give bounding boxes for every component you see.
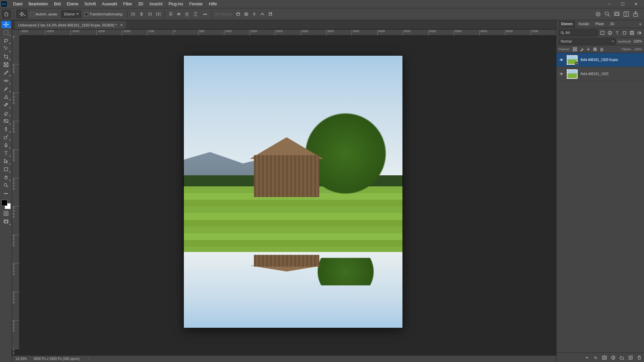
search-button[interactable] (604, 11, 610, 17)
quick-mask-button[interactable] (1, 210, 11, 217)
lasso-tool[interactable] (1, 37, 11, 44)
filter-adjust-button[interactable] (607, 30, 612, 36)
menu-plug-ins[interactable]: Plug-ins (166, 0, 186, 8)
filter-shape-button[interactable] (622, 30, 627, 36)
align-left-button[interactable] (130, 11, 137, 17)
artboard[interactable] (184, 56, 402, 328)
vertical-ruler[interactable]: 0500100015002000250030003500400045005000… (12, 36, 19, 349)
layer-filter-dropdown[interactable]: Art (558, 29, 598, 36)
menu-bearbeiten[interactable]: Bearbeiten (25, 0, 51, 8)
marquee-tool[interactable] (1, 29, 11, 36)
layer-visibility-toggle[interactable]: 👁 (559, 58, 564, 62)
group-layers-button[interactable] (619, 355, 625, 360)
layer-mask-button[interactable] (602, 355, 607, 360)
maximize-button[interactable]: ☐ (616, 0, 629, 8)
transform-controls-checkbox[interactable]: Transformationsstrg. (83, 12, 124, 16)
layer-thumbnail[interactable]: ⇔ (567, 55, 578, 65)
orbit-3d-button[interactable] (235, 11, 241, 17)
hand-tool[interactable] (1, 174, 11, 181)
layer-row[interactable]: 👁⇔field-406181_1920 Kopie (556, 53, 644, 67)
panel-menu-button[interactable]: ≡ (638, 22, 643, 26)
pen-tool[interactable] (1, 141, 11, 149)
color-swatches[interactable] (1, 200, 11, 209)
type-tool[interactable] (1, 149, 11, 157)
brush-tool[interactable] (1, 85, 11, 93)
menu-auswahl[interactable]: Auswahl (99, 0, 120, 8)
clone-stamp-tool[interactable] (1, 93, 11, 101)
minimize-button[interactable]: ─ (602, 0, 616, 8)
menu-hilfe[interactable]: Hilfe (206, 0, 220, 8)
document-tab[interactable]: Unbenannt-2 bei 14,3% (field-406181_1920… (15, 21, 126, 29)
menu-fenster[interactable]: Fenster (186, 0, 206, 8)
layer-visibility-toggle[interactable]: 👁 (559, 72, 564, 76)
align-hcenter-button[interactable] (138, 11, 145, 17)
align-top-button[interactable] (167, 11, 174, 17)
fill-value[interactable]: 100% (634, 48, 642, 51)
lock-all-button[interactable] (600, 47, 604, 51)
current-tool-indicator[interactable] (16, 10, 27, 18)
filter-toggle-button[interactable] (637, 30, 642, 36)
layer-fx-button[interactable]: fx (593, 355, 598, 360)
home-button[interactable] (2, 10, 11, 18)
gradient-tool[interactable] (1, 117, 11, 125)
link-layers-button[interactable] (584, 355, 590, 360)
slide-3d-button[interactable] (259, 11, 266, 17)
auto-select-target-dropdown[interactable]: Ebene (61, 10, 81, 18)
menu-ansicht[interactable]: Ansicht (146, 0, 165, 8)
scale-3d-button[interactable] (267, 11, 274, 17)
history-brush-tool[interactable] (1, 101, 11, 109)
lock-transparency-button[interactable] (573, 47, 577, 51)
blend-mode-dropdown[interactable]: Normal (558, 39, 616, 45)
opacity-value[interactable]: 100% (633, 40, 642, 43)
layer-row[interactable]: 👁field-406181_1920 (556, 67, 644, 81)
close-tab-button[interactable]: × (120, 23, 123, 27)
panel-tab-kanäle[interactable]: Kanäle (576, 21, 592, 27)
lock-pixels-button[interactable] (580, 47, 584, 51)
horizontal-ruler[interactable]: -3000-2500-2000-1500-1000-50005001000150… (19, 29, 556, 36)
menu-filter[interactable]: Filter (120, 0, 135, 8)
move-tool[interactable] (1, 21, 11, 28)
foreground-color-swatch[interactable] (1, 200, 7, 206)
lock-position-button[interactable] (586, 47, 590, 51)
filter-pixel-button[interactable] (600, 30, 605, 36)
blur-tool[interactable] (1, 125, 11, 133)
document-info[interactable]: 4500 Px x 5400 Px (300 ppcm) (34, 357, 79, 361)
distribute-h-button[interactable] (155, 11, 162, 17)
pan-3d-button[interactable] (251, 11, 258, 17)
layer-thumbnail[interactable] (567, 69, 578, 79)
panel-tab-3d[interactable]: 3D (607, 21, 617, 27)
arrange-button[interactable] (623, 11, 629, 17)
panel-tab-ebenen[interactable]: Ebenen (558, 21, 575, 27)
adjustment-layer-button[interactable] (610, 355, 616, 360)
screen-mode-tool[interactable] (1, 218, 11, 225)
healing-tool[interactable] (1, 77, 11, 84)
menu-datei[interactable]: Datei (10, 0, 25, 8)
canvas[interactable] (19, 36, 556, 349)
status-menu-button[interactable]: 〉 (88, 357, 92, 361)
delete-layer-button[interactable] (637, 355, 642, 360)
close-window-button[interactable]: ✕ (629, 0, 643, 8)
zoom-tool[interactable] (1, 182, 11, 189)
menu-bild[interactable]: Bild (51, 0, 64, 8)
cloud-docs-button[interactable] (595, 11, 601, 17)
lock-artboard-button[interactable] (593, 47, 597, 51)
frame-tool[interactable] (1, 61, 11, 68)
ruler-origin[interactable] (12, 29, 19, 36)
eyedropper-tool[interactable] (1, 69, 11, 76)
edit-toolbar-button[interactable]: ••• (1, 190, 11, 197)
menu-ebene[interactable]: Ebene (64, 0, 82, 8)
shape-tool[interactable] (1, 166, 11, 173)
align-bottom-button[interactable] (183, 11, 190, 17)
zoom-level[interactable]: 14,34% (15, 357, 27, 361)
layer-list[interactable]: 👁⇔field-406181_1920 Kopie👁field-406181_1… (556, 53, 644, 353)
panel-tab-pfade[interactable]: Pfade (593, 21, 607, 27)
eraser-tool[interactable] (1, 109, 11, 117)
new-layer-button[interactable] (628, 355, 633, 360)
menu-3d[interactable]: 3D (135, 0, 146, 8)
quick-select-tool[interactable] (1, 45, 11, 52)
path-select-tool[interactable] (1, 158, 11, 165)
filter-smart-button[interactable] (629, 30, 635, 36)
dodge-tool[interactable] (1, 133, 11, 141)
align-right-button[interactable] (146, 11, 153, 17)
auto-select-checkbox[interactable]: ✓ Autom. ausw. (29, 12, 59, 16)
